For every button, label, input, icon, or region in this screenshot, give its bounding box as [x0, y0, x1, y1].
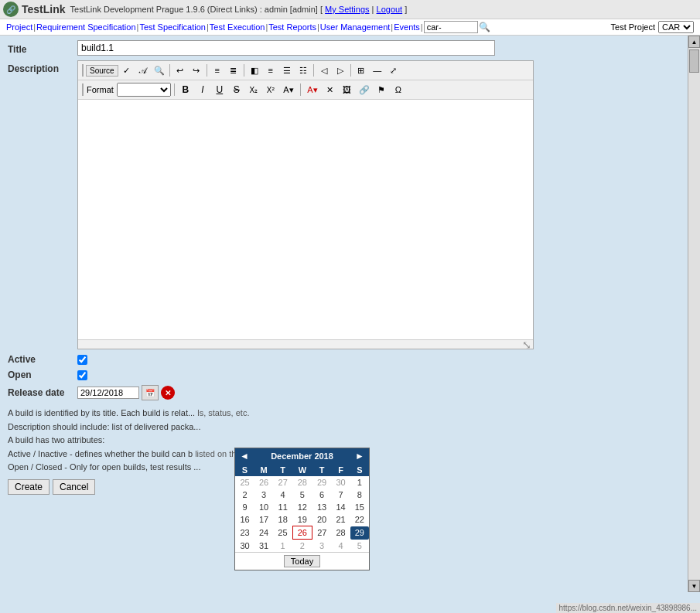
cal-day[interactable]: 23	[235, 526, 254, 540]
cal-day[interactable]: 1	[350, 476, 369, 489]
cal-day[interactable]: 2	[292, 540, 312, 553]
my-settings-link[interactable]: My Settings	[325, 5, 369, 14]
cal-day[interactable]: 21	[332, 513, 350, 526]
toolbar-indent-more[interactable]: ▷	[333, 63, 348, 78]
scroll-thumb[interactable]	[689, 49, 699, 73]
active-checkbox[interactable]	[77, 355, 87, 365]
logout-link[interactable]: Logout	[377, 5, 403, 14]
toolbar-find-icon[interactable]: 🔍	[152, 63, 167, 78]
cal-day[interactable]: 4	[273, 489, 292, 501]
format-select[interactable]	[117, 83, 171, 97]
toolbar-align-center[interactable]: ≡	[263, 63, 278, 78]
nav-user-mgmt[interactable]: User Management	[320, 22, 391, 32]
cal-day[interactable]: 5	[292, 489, 312, 501]
special-char-button[interactable]: Ω	[391, 82, 406, 97]
toolbar-indent-less[interactable]: ◁	[316, 63, 332, 78]
cal-day[interactable]: 17	[254, 513, 273, 526]
toolbar-spellcheck-icon[interactable]: ✓	[119, 63, 135, 78]
cal-day[interactable]: 27	[312, 526, 332, 540]
cal-day[interactable]: 14	[332, 501, 350, 513]
toolbar-align-justify[interactable]: ☷	[295, 63, 311, 78]
cal-day[interactable]: 24	[254, 526, 273, 540]
today-button[interactable]: Today	[284, 555, 320, 567]
cal-day[interactable]: 28	[332, 526, 350, 540]
cal-day[interactable]: 26	[254, 476, 273, 489]
cal-day[interactable]: 11	[273, 501, 292, 513]
remove-format-button[interactable]: ✕	[323, 82, 338, 97]
cal-day[interactable]: 25	[235, 476, 254, 489]
cal-day[interactable]: 5	[350, 540, 369, 553]
calendar-next-button[interactable]: ►	[355, 451, 364, 461]
search-icon[interactable]: 🔍	[479, 22, 490, 32]
cancel-button[interactable]: Cancel	[53, 479, 95, 495]
nav-test-spec[interactable]: Test Specification	[139, 22, 206, 32]
cal-day[interactable]: 8	[350, 489, 369, 501]
cal-day[interactable]: 16	[235, 513, 254, 526]
link-button[interactable]: 🔗	[357, 82, 372, 97]
cal-day[interactable]: 9	[235, 501, 254, 513]
release-date-input[interactable]: 29/12/2018	[77, 387, 139, 399]
nav-events[interactable]: Events	[394, 22, 420, 32]
date-picker-button[interactable]: 📅	[142, 385, 159, 400]
cal-day[interactable]: 13	[312, 501, 332, 513]
toolbar-ol-icon[interactable]: ≣	[226, 63, 241, 78]
cal-day[interactable]: 29	[312, 476, 332, 489]
right-scrollbar[interactable]: ▲ ▼	[688, 36, 700, 592]
superscript-button[interactable]: X²	[263, 82, 278, 97]
scroll-up-button[interactable]: ▲	[688, 36, 700, 48]
source-button[interactable]: Source	[86, 65, 118, 77]
search-input[interactable]	[424, 21, 478, 33]
bold-button[interactable]: B	[178, 82, 193, 97]
open-checkbox[interactable]	[77, 370, 87, 380]
editor-body[interactable]	[78, 100, 533, 339]
toolbar-maximize-icon[interactable]: ⤢	[386, 63, 401, 78]
subscript-button[interactable]: X₂	[246, 82, 261, 97]
scroll-down-button[interactable]: ▼	[688, 580, 700, 592]
cal-day-selected[interactable]: 29	[350, 526, 369, 540]
cal-day[interactable]: 4	[332, 540, 350, 553]
toolbar-hr-icon[interactable]: —	[370, 63, 385, 78]
editor-resize-handle[interactable]: ⤡	[78, 339, 533, 349]
cal-day[interactable]: 28	[292, 476, 312, 489]
flag-button[interactable]: ⚑	[374, 82, 389, 97]
font-color-button[interactable]: A▾	[304, 82, 321, 97]
cal-day[interactable]: 15	[350, 501, 369, 513]
toolbar-redo-icon[interactable]: ↪	[189, 63, 204, 78]
strikethrough-button[interactable]: S	[229, 82, 244, 97]
cal-day[interactable]: 27	[273, 476, 292, 489]
nav-test-reports[interactable]: Test Reports	[268, 22, 316, 32]
toolbar-table-icon[interactable]: ⊞	[353, 63, 369, 78]
cal-day[interactable]: 12	[292, 501, 312, 513]
calendar-prev-button[interactable]: ◄	[240, 451, 249, 461]
title-input[interactable]: build1.1	[77, 40, 495, 56]
cal-day[interactable]: 2	[235, 489, 254, 501]
underline-button[interactable]: U	[212, 82, 227, 97]
create-button[interactable]: Create	[8, 479, 50, 495]
date-clear-button[interactable]: ✕	[161, 386, 175, 400]
cal-day[interactable]: 10	[254, 501, 273, 513]
cal-day[interactable]: 25	[273, 526, 292, 540]
italic-button[interactable]: I	[195, 82, 210, 97]
cal-day[interactable]: 30	[332, 476, 350, 489]
text-color-button[interactable]: A▾	[280, 82, 297, 97]
image-button[interactable]: 🖼	[340, 82, 355, 97]
cal-day[interactable]: 22	[350, 513, 369, 526]
cal-day[interactable]: 3	[254, 489, 273, 501]
cal-day[interactable]: 20	[312, 513, 332, 526]
cal-day[interactable]: 18	[273, 513, 292, 526]
toolbar-abc-icon[interactable]: 𝒜	[135, 63, 151, 78]
cal-day[interactable]: 1	[273, 540, 292, 553]
project-select[interactable]: CAR	[658, 21, 694, 33]
cal-day[interactable]: 3	[312, 540, 332, 553]
toolbar-ul-icon[interactable]: ≡	[210, 63, 225, 78]
toolbar-align-right[interactable]: ☰	[279, 63, 295, 78]
scroll-track[interactable]	[688, 48, 700, 580]
nav-requirement[interactable]: Requirement Specification	[36, 22, 135, 32]
cal-day-today[interactable]: 26	[292, 526, 312, 540]
cal-day[interactable]: 19	[292, 513, 312, 526]
cal-day[interactable]: 7	[332, 489, 350, 501]
nav-project[interactable]: Project	[6, 22, 32, 32]
toolbar-align-left[interactable]: ◧	[247, 63, 262, 78]
cal-day[interactable]: 30	[235, 540, 254, 553]
nav-test-exec[interactable]: Test Execution	[210, 22, 265, 32]
